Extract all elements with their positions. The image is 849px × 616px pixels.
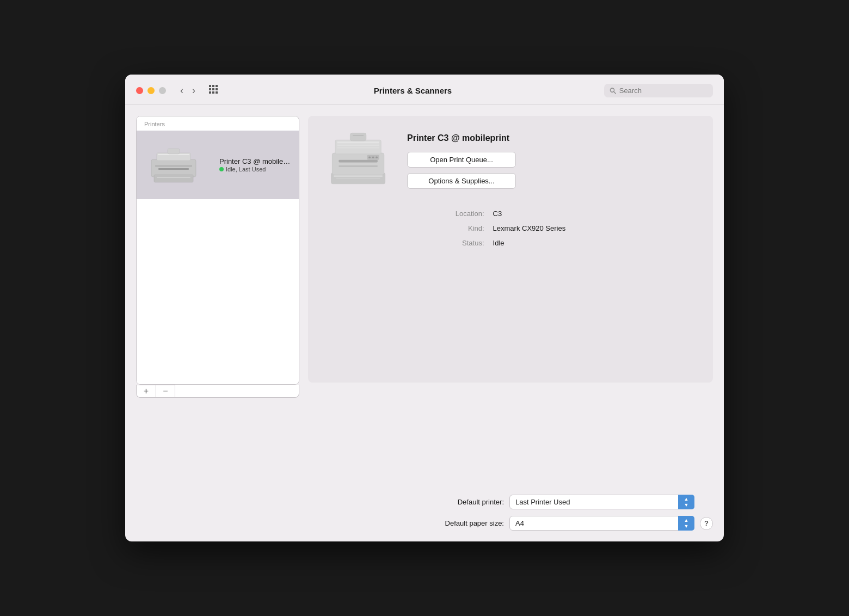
svg-rect-32 [337,147,379,149]
printers-list-container: Printers [136,116,299,385]
forward-button[interactable]: › [189,84,199,97]
location-value: C3 [493,210,698,218]
grid-button[interactable] [205,83,222,98]
svg-rect-2 [216,85,218,87]
add-printer-button[interactable]: + [136,385,156,398]
svg-point-26 [368,156,371,158]
open-print-queue-button[interactable]: Open Print Queue... [407,152,516,168]
svg-rect-6 [209,91,211,94]
default-paper-select-wrapper: A4 Letter Legal A3 A5 ▲ ▼ [509,516,694,531]
svg-rect-0 [209,85,211,87]
default-paper-select[interactable]: A4 Letter Legal A3 A5 [509,516,694,531]
status-value: Idle [493,239,698,247]
search-icon [610,87,616,94]
svg-rect-5 [216,88,218,90]
printer-detail-title: Printer C3 @ mobileprint [407,133,698,143]
printers-toolbar: + − [136,385,299,398]
svg-line-10 [614,92,616,94]
window-title: Printers & Scanners [228,86,598,95]
default-paper-row: Default paper size: A4 Letter Legal A3 A… [136,516,713,531]
back-button[interactable]: ‹ [177,84,187,97]
default-printer-select-wrapper: Last Printer Used Printer C3 @ mobilepri… [509,495,694,509]
svg-rect-1 [212,85,214,87]
printer-list-icon [143,135,214,195]
svg-rect-33 [350,133,366,141]
svg-rect-4 [212,88,214,90]
printer-details-panel: Printer C3 @ mobileprint Open Print Queu… [308,116,713,383]
svg-rect-7 [212,91,214,94]
toolbar-fill [175,385,299,398]
svg-rect-34 [353,135,364,136]
svg-rect-23 [339,160,378,163]
nav-buttons: ‹ › [177,84,199,97]
svg-rect-8 [216,91,218,94]
svg-rect-3 [209,88,211,90]
main-window: ‹ › Printers & Scanners [125,75,724,541]
printers-list-header: Printers [137,116,299,131]
printers-empty-area [137,199,299,384]
printer-list-item[interactable]: Printer C3 @ mobilepr... Idle, Last Used [137,131,299,199]
location-label: Location: [323,210,484,218]
kind-value: Lexmark CX920 Series [493,224,698,232]
svg-rect-24 [339,165,378,167]
kind-label: Kind: [323,224,484,232]
minimize-button[interactable] [147,87,155,94]
printer-name: Printer C3 @ mobilepr... [219,157,292,165]
svg-rect-13 [158,168,189,170]
svg-point-28 [376,156,378,158]
default-printer-select[interactable]: Last Printer Used Printer C3 @ mobilepri… [509,495,694,509]
bottom-controls: Default printer: Last Printer Used Print… [125,486,724,541]
grid-icon [208,84,218,94]
printers-panel: Printers [136,116,299,398]
printer-info: Printer C3 @ mobilepr... Idle, Last Used [219,157,292,173]
search-bar [604,84,713,97]
svg-rect-17 [154,175,193,182]
svg-point-27 [372,156,374,158]
svg-point-9 [610,88,614,92]
close-button[interactable] [136,87,143,94]
printer-details-header: Printer C3 @ mobileprint Open Print Queu… [323,129,698,194]
svg-rect-18 [157,177,190,178]
options-supplies-button[interactable]: Options & Supplies... [407,173,516,189]
default-printer-label: Default printer: [458,498,504,506]
printer-status: Idle, Last Used [219,166,292,173]
default-printer-row: Default printer: Last Printer Used Print… [136,495,713,509]
svg-rect-16 [168,149,180,154]
status-dot [219,167,224,171]
svg-rect-21 [336,178,380,179]
svg-rect-30 [337,141,379,144]
default-paper-label: Default paper size: [445,519,504,527]
search-input[interactable] [619,87,707,95]
remove-printer-button[interactable]: − [156,385,175,398]
printer-actions: Printer C3 @ mobileprint Open Print Queu… [407,129,698,194]
traffic-lights [136,87,166,94]
maximize-button[interactable] [159,87,166,94]
printer-detail-icon [323,129,394,189]
main-content: Printers [125,105,724,486]
titlebar: ‹ › Printers & Scanners [125,75,724,105]
svg-rect-20 [334,175,383,177]
svg-rect-31 [337,144,379,146]
svg-rect-15 [158,154,189,155]
svg-rect-12 [155,165,192,167]
status-label: Status: [323,239,484,247]
printer-metadata: Location: C3 Kind: Lexmark CX920 Series … [323,210,698,247]
help-button[interactable]: ? [700,517,713,530]
